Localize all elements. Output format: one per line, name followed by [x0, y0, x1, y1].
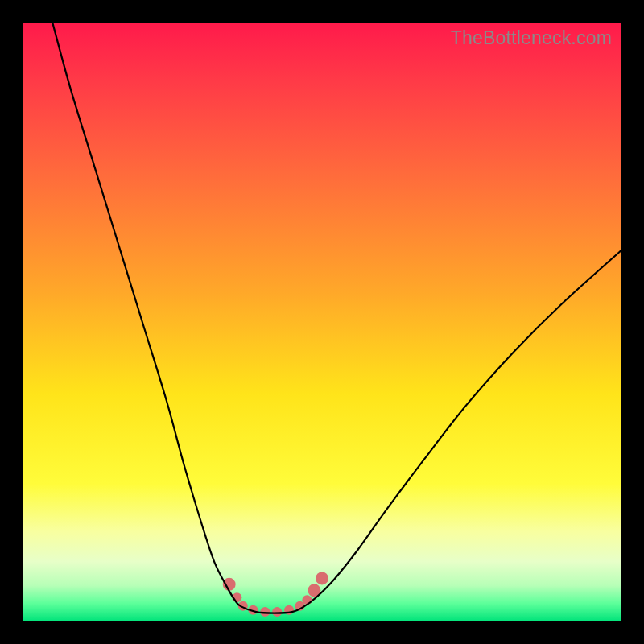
sweet-spot-dot: [272, 607, 282, 617]
bottleneck-curve: [52, 23, 621, 613]
plot-area: TheBottleneck.com: [23, 23, 621, 621]
marker-group: [223, 572, 328, 617]
chart-svg: [23, 23, 621, 621]
sweet-spot-dot: [316, 572, 328, 584]
chart-stage: TheBottleneck.com: [0, 0, 644, 644]
